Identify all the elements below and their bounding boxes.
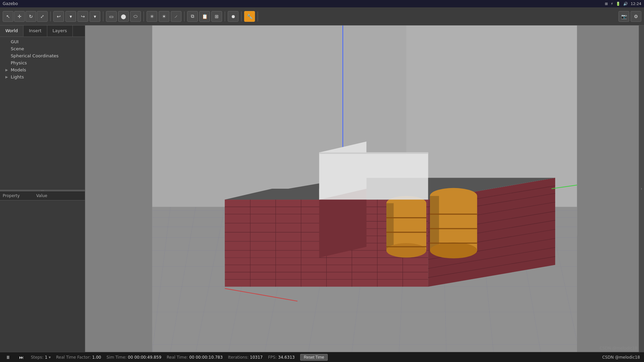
- clock: 12:24: [631, 2, 641, 6]
- titlebar: Gazebo ⊞ ⚡ 🔋 🔊 12:24: [0, 0, 644, 7]
- titlebar-right: ⊞ ⚡ 🔋 🔊 12:24: [605, 2, 641, 6]
- rtf-item: Real Time Factor: 1.00: [56, 355, 101, 360]
- svg-point-83: [430, 242, 477, 258]
- dir-light-btn[interactable]: ⟋: [171, 11, 181, 22]
- reset-time-btn[interactable]: Reset Time: [300, 354, 328, 361]
- tree-panel: GUI Scene Spherical Coordinates Physics …: [0, 37, 85, 190]
- realtime-item: Real Time: 00 00:00:10.783: [167, 355, 223, 360]
- steps-label: Steps:: [31, 355, 44, 360]
- viewport-scene: [85, 25, 644, 352]
- active-tool-btn[interactable]: 🔧: [244, 11, 255, 22]
- bluetooth-icon: ⚡: [611, 2, 613, 6]
- tree-item-spherical[interactable]: Spherical Coordinates: [0, 52, 85, 59]
- redo-btn[interactable]: ↪: [77, 11, 88, 22]
- prop-col-property: Property: [0, 193, 34, 199]
- properties-panel: Property Value: [0, 191, 85, 352]
- svg-rect-78: [386, 203, 394, 250]
- fps-label: FPS:: [268, 355, 277, 360]
- toolbar-right: 📷 ⚙: [619, 11, 641, 22]
- tree-item-lights[interactable]: ▶ Lights: [0, 73, 85, 80]
- arrow-models: ▶: [5, 68, 9, 72]
- tree-label-spherical: Spherical Coordinates: [11, 53, 59, 58]
- svg-rect-82: [430, 196, 439, 250]
- svg-rect-91: [319, 153, 428, 154]
- copy-btn[interactable]: ⧉: [187, 11, 198, 22]
- tab-insert[interactable]: Insert: [23, 25, 47, 37]
- tree-item-models[interactable]: ▶ Models: [0, 66, 85, 73]
- titlebar-left: Gazebo: [3, 1, 18, 6]
- record-btn[interactable]: ⏺: [228, 11, 238, 22]
- box-btn[interactable]: ▭: [106, 11, 117, 22]
- tree-item-scene[interactable]: Scene: [0, 45, 85, 52]
- csdn-watermark: CSDN @melodic18: [602, 355, 640, 360]
- scale-tool-btn[interactable]: ⤢: [37, 11, 48, 22]
- prop-col-value: Value: [34, 193, 50, 199]
- tab-world[interactable]: World: [0, 25, 23, 37]
- fps-item: FPS: 34.6313: [268, 355, 294, 360]
- sep7: [258, 11, 258, 21]
- steps-dropdown-icon[interactable]: ▾: [49, 355, 51, 360]
- fps-value: 34.6313: [278, 355, 295, 360]
- tree-item-gui[interactable]: GUI: [0, 38, 85, 45]
- app-name: Gazebo: [3, 1, 18, 6]
- sep6: [241, 11, 241, 21]
- iterations-value: 10317: [250, 355, 263, 360]
- statusbar: ⏸ ⏭ Steps: 1 ▾ Real Time Factor: 1.00 Si…: [0, 352, 644, 362]
- align-btn[interactable]: ⊞: [211, 11, 222, 22]
- toolbar: ↖ ✛ ↻ ⤢ ↩ ▾ ↪ ▾ ▭ ⬤ ⬭ ✳ ☀ ⟋ ⧉ 📋 ⊞ ⏺ 🔧: [0, 7, 644, 25]
- simtime-label: Sim Time:: [106, 355, 126, 360]
- steps-item: Steps: 1 ▾: [31, 355, 51, 360]
- statusbar-right: CSDN @melodic18: [602, 355, 640, 360]
- cylinder-btn[interactable]: ⬭: [130, 11, 141, 22]
- translate-tool-btn[interactable]: ✛: [14, 11, 25, 22]
- battery-icon: 🔋: [616, 2, 621, 6]
- left-sidebar: World Insert Layers GUI Scene Spherical …: [0, 25, 85, 352]
- realtime-label: Real Time:: [167, 355, 188, 360]
- select-tools: ↖ ✛ ↻ ⤢: [3, 11, 48, 22]
- point-light-btn[interactable]: ✳: [147, 11, 157, 22]
- tree-item-physics[interactable]: Physics: [0, 59, 85, 66]
- sep4: [184, 11, 184, 21]
- watermark: CSDN @melodic18: [599, 346, 637, 351]
- sep2: [103, 11, 103, 21]
- iterations-label: Iterations:: [228, 355, 249, 360]
- sphere-btn[interactable]: ⬤: [118, 11, 129, 22]
- right-panel-toggle[interactable]: ›: [639, 25, 644, 352]
- undo-arrow-btn[interactable]: ▾: [65, 11, 76, 22]
- arrow-lights: ▶: [5, 75, 9, 79]
- iterations-item: Iterations: 10317: [228, 355, 263, 360]
- svg-point-79: [386, 243, 426, 257]
- redo-arrow-btn[interactable]: ▾: [90, 11, 100, 22]
- network-icon: ⊞: [605, 2, 608, 6]
- sep3: [144, 11, 144, 21]
- realtime-value: 00 00:00:10.783: [189, 355, 223, 360]
- content-area: World Insert Layers GUI Scene Spherical …: [0, 25, 644, 352]
- sun-light-btn[interactable]: ☀: [159, 11, 169, 22]
- tree-label-gui: GUI: [11, 39, 18, 44]
- rtf-value: 1.00: [92, 355, 101, 360]
- settings-btn[interactable]: ⚙: [631, 11, 641, 22]
- svg-marker-69: [225, 199, 319, 257]
- undo-btn[interactable]: ↩: [53, 11, 64, 22]
- rtf-label: Real Time Factor:: [56, 355, 91, 360]
- tree-label-models: Models: [11, 67, 26, 72]
- screenshot-btn[interactable]: 📷: [619, 11, 629, 22]
- tree-label-lights: Lights: [11, 74, 24, 79]
- viewport[interactable]: › CSDN @melodic18: [85, 25, 644, 352]
- simtime-value: 00 00:00:49.859: [128, 355, 161, 360]
- toggle-arrow-icon: ›: [641, 186, 642, 191]
- sep1: [50, 11, 51, 21]
- tab-layers[interactable]: Layers: [47, 25, 73, 37]
- pause-btn[interactable]: ⏸: [4, 353, 12, 361]
- steps-value: 1: [45, 355, 48, 360]
- sep5: [225, 11, 225, 21]
- step-btn[interactable]: ⏭: [17, 353, 25, 361]
- select-tool-btn[interactable]: ↖: [3, 11, 13, 22]
- tree-label-scene: Scene: [11, 46, 24, 51]
- svg-rect-90: [319, 153, 428, 200]
- properties-header: Property Value: [0, 191, 85, 200]
- simtime-item: Sim Time: 00 00:00:49.859: [106, 355, 161, 360]
- rotate-tool-btn[interactable]: ↻: [25, 11, 36, 22]
- tree-label-physics: Physics: [11, 60, 27, 65]
- paste-btn[interactable]: 📋: [199, 11, 210, 22]
